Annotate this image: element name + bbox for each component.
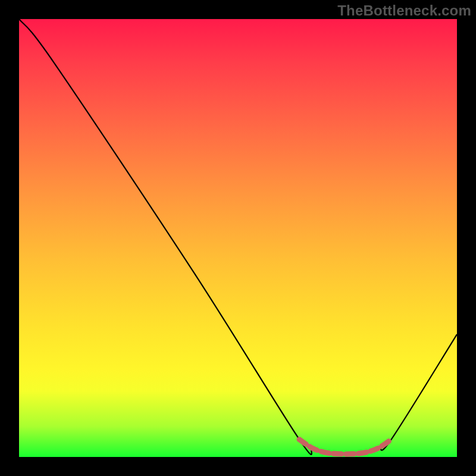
bottleneck-curve-path [19, 19, 457, 455]
chart-frame: TheBottleneck.com [0, 0, 476, 476]
chart-svg [19, 19, 457, 457]
watermark-text: TheBottleneck.com [337, 2, 471, 19]
plot-area [19, 19, 457, 457]
optimal-range-marker-path [299, 440, 392, 455]
